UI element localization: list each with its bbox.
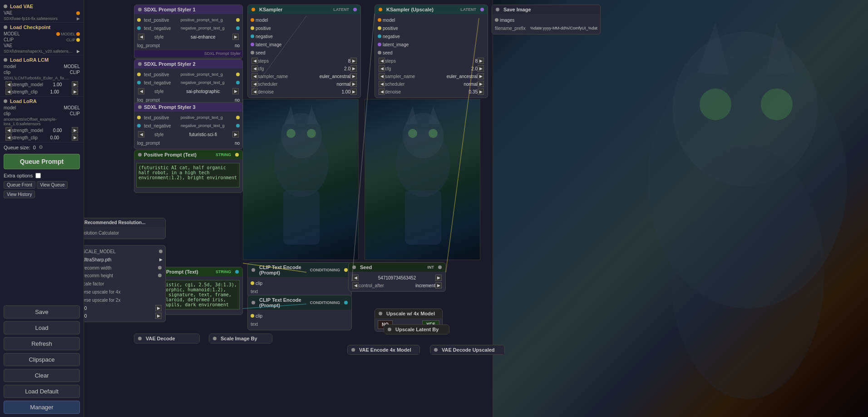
- lora-lcm-strength-clip: ◀ strength_clip 1.00 ▶: [4, 88, 80, 95]
- gear-icon[interactable]: ⚙: [39, 144, 43, 150]
- view-queue-button[interactable]: View Queue: [37, 181, 68, 189]
- checkpoint-model-row: MODEL MODEL: [4, 31, 80, 37]
- extra-options-row: Extra options: [0, 171, 84, 180]
- scale-image-header: Scale Image By: [209, 334, 272, 343]
- queue-size-row: Queue size: 0 ⚙: [0, 142, 84, 152]
- upscale-model-node: UPSCALE_MODEL 4x-UltraSharp.pth ▶ ◀ reco…: [84, 245, 166, 322]
- lora-lcm-model-row: model MODEL: [4, 64, 80, 69]
- sdxl-prompt-styler-3-header: SDXL Prompt Styler 3: [134, 103, 242, 112]
- load-button[interactable]: Load: [4, 321, 80, 334]
- queue-prompt-button[interactable]: Queue Prompt: [4, 154, 80, 169]
- sdxl-prompt-styler-3-node: SDXL Prompt Styler 3 text_positive posit…: [134, 102, 243, 149]
- vae-decode-upscaled-node: VAE Decode Upscaled: [430, 345, 505, 355]
- ksampler-header: KSampler LATENT: [248, 5, 360, 14]
- style-row-1: ◀ style sai-enhance ▶: [136, 33, 241, 40]
- svg-point-4: [286, 129, 296, 138]
- vae-encode-4x-header: VAE Encode 4x Model: [348, 345, 419, 354]
- checkpoint-file-row: SDXl\dreamshaperXL_v20.safetensors ▶: [4, 49, 80, 54]
- ksampler-upscale-node: KSampler (Upscale) LATENT model positive…: [375, 5, 488, 98]
- ksampler-upscale-header: KSampler (Upscale) LATENT: [375, 5, 488, 14]
- seed-header: Seed INT: [349, 263, 445, 272]
- vae-row: VAE: [4, 10, 80, 16]
- svg-point-19: [761, 88, 793, 120]
- view-history-button[interactable]: View History: [4, 191, 35, 198]
- sidebar: Load VAE VAE SDXl\vae-fp16-fix.safetenso…: [0, 0, 84, 417]
- clip-text-encode-prompt-node: CLIP Text Encode (Prompt) CONDITIONING c…: [247, 262, 352, 298]
- clip-text-encode2-header: CLIP Text Encode (Prompt) CONDITIONING: [248, 295, 351, 310]
- load-checkpoint-title: Load Checkpoint: [4, 24, 80, 31]
- lora-model-row: model MODEL: [4, 105, 80, 111]
- vae-decode-node: VAE Decode: [134, 334, 200, 343]
- lora-strength-clip: ◀ strength_clip 0.00 ▶: [4, 134, 80, 141]
- clip-text-encode-prompt2-node: CLIP Text Encode (Prompt) CONDITIONING c…: [247, 295, 352, 330]
- refresh-button[interactable]: Refresh: [4, 337, 80, 350]
- svg-point-18: [700, 88, 731, 120]
- vae-decode-upscaled-header: VAE Decode Upscaled: [430, 345, 504, 354]
- sdxl-prompt-styler-1-node: SDXL Prompt Styler 1 text_positive posit…: [134, 5, 243, 59]
- style-row-2: ◀ style sai-photographic ▶: [136, 88, 241, 95]
- svg-point-12: [429, 129, 438, 138]
- sdxl-prompt-styler-1-header: SDXL Prompt Styler 1: [134, 5, 242, 14]
- vae-decode-header: VAE Decode: [134, 334, 199, 343]
- lora-lcm-strength-model: ◀ strength_model 1.00 ▶: [4, 81, 80, 88]
- queue-front-button[interactable]: Queue Front: [4, 181, 35, 189]
- svg-point-20: [670, 145, 824, 399]
- checkpoint-vae-row: VAE: [4, 43, 80, 49]
- lora-file-row: ancemants\xOffset_example-lora_1.0.safet…: [4, 117, 80, 127]
- queue-controls: Queue Front View Queue: [0, 180, 84, 190]
- lora-lcm-file-row: SDXL\LCMTurboMix_Euler_A_fix.safetensors: [4, 75, 80, 81]
- upscale-4x-header: Upscale w/ 4x Model: [375, 309, 442, 318]
- clip-text-encode-header: CLIP Text Encode (Prompt) CONDITIONING: [248, 263, 351, 277]
- load-vae-section: Load VAE VAE SDXl\vae-fp16-fix.safetenso…: [0, 2, 84, 23]
- load-lora-section: Load LoRA model MODEL clip CLIP ancemant…: [0, 97, 84, 142]
- svg-point-11: [408, 129, 417, 138]
- recommended-res-node: Recommended Resolution... Resolution Cal…: [84, 218, 166, 239]
- recommended-res-header: Recommended Resolution...: [84, 218, 165, 227]
- lora-lcm-clip-row: clip CLIP: [4, 69, 80, 75]
- ksampler-node: KSampler LATENT model positive negative …: [247, 5, 361, 98]
- svg-rect-13: [405, 190, 441, 245]
- load-checkpoint-section: Load Checkpoint MODEL MODEL CLIP CLIP VA…: [0, 23, 84, 55]
- svg-rect-6: [283, 190, 320, 245]
- sdxl-prompt-styler-2-header: SDXL Prompt Styler 2: [134, 59, 242, 69]
- view-history-row: View History: [0, 190, 84, 199]
- extra-options-checkbox[interactable]: [35, 173, 41, 178]
- svg-point-5: [307, 129, 316, 138]
- style-row-3: ◀ style futuristic-sci-fi ▶: [136, 131, 241, 138]
- positive-prompt-node: Positive Prompt (Text) STRING (futuristi…: [134, 150, 243, 193]
- positive-prompt-textarea[interactable]: (futuristic AI cat, half organic half ro…: [136, 163, 240, 187]
- scale-image-node: Scale Image By: [209, 334, 272, 343]
- load-vae-title: Load VAE: [4, 3, 80, 10]
- load-lora-lcm-title: Load LoRA LCM: [4, 56, 80, 64]
- upscale-latent-node: Upscale Latent By: [384, 324, 449, 334]
- clipspace-button[interactable]: Clipspace: [4, 353, 80, 366]
- cat-image-large: [493, 0, 868, 417]
- positive-prompt-header: Positive Prompt (Text) STRING: [134, 150, 242, 159]
- lora-clip-row: clip CLIP: [4, 111, 80, 117]
- save-image-node: Save Image images filename_prefix %date:…: [492, 5, 601, 34]
- cat-image-right: [365, 99, 480, 260]
- load-lora-lcm-section: Load LoRA LCM model MODEL clip CLIP SDXL…: [0, 55, 84, 97]
- save-button[interactable]: Save: [4, 305, 80, 319]
- save-image-header: Save Image: [492, 5, 600, 14]
- seed-node: Seed INT ◀ 547109734563452 ▶ ◀ control_a…: [348, 262, 446, 292]
- lora-strength-model: ◀ strength_model 0.00 ▶: [4, 127, 80, 134]
- load-lora-title: Load LoRA: [4, 98, 80, 105]
- vae-file-row: SDXl\vae-fp16-fix.safetensors ▶: [4, 16, 80, 21]
- checkpoint-clip-row: CLIP CLIP: [4, 37, 80, 43]
- vae-encode-4x-node: VAE Encode 4x Model: [347, 345, 420, 355]
- manager-button[interactable]: Manager: [4, 401, 80, 414]
- upscale-latent-header: Upscale Latent By: [384, 325, 449, 334]
- load-default-button[interactable]: Load Default: [4, 385, 80, 398]
- cat-image-left: [243, 99, 359, 260]
- clear-button[interactable]: Clear: [4, 369, 80, 382]
- canvas-area: SDXL Prompt Styler 1 text_positive posit…: [84, 0, 868, 417]
